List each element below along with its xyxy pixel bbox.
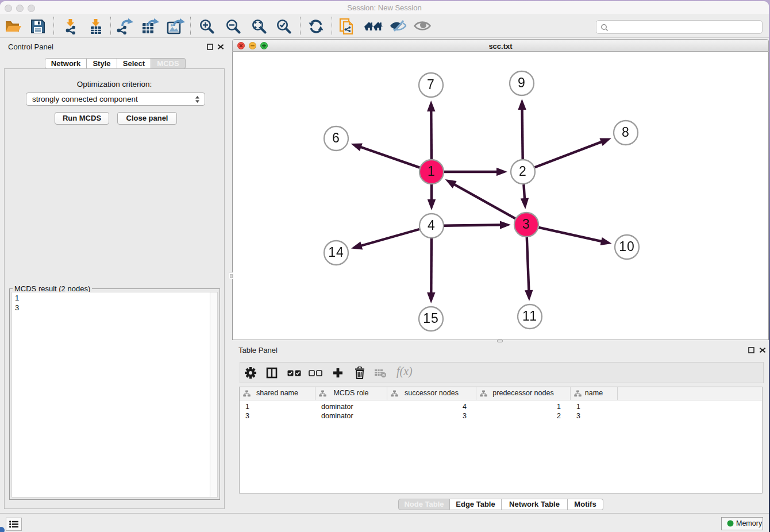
- svg-text:7: 7: [427, 77, 435, 92]
- svg-text:1: 1: [428, 164, 436, 179]
- svg-text:11: 11: [522, 309, 537, 323]
- svg-text:4: 4: [428, 218, 436, 233]
- svg-text:3: 3: [522, 217, 530, 232]
- svg-text:10: 10: [619, 239, 635, 254]
- svg-text:8: 8: [622, 125, 630, 140]
- svg-text:2: 2: [519, 164, 527, 179]
- svg-text:6: 6: [332, 130, 340, 145]
- svg-text:9: 9: [518, 75, 526, 90]
- svg-text:14: 14: [328, 245, 344, 260]
- svg-text:15: 15: [423, 311, 439, 326]
